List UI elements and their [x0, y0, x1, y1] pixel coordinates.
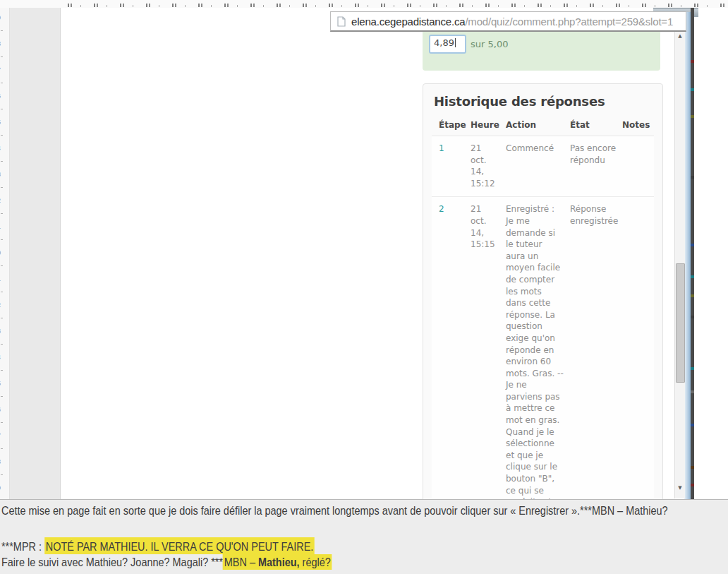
- comment-line-3: Faire le suivi avec Mathieu? Joanne? Mag…: [1, 556, 332, 570]
- ruler-tick: [1, 187, 3, 188]
- ruler-tick: [341, 5, 342, 7]
- ruler-mark: [694, 4, 696, 7]
- ruler-mark: [227, 4, 229, 7]
- ruler-number: 0: [0, 249, 4, 256]
- address-bar[interactable]: elena.cegepadistance.ca/mod/quiz/comment…: [330, 11, 686, 32]
- ruler-tick: [446, 5, 447, 7]
- ruler-number: 5: [0, 380, 4, 387]
- ruler-tick: [1, 344, 3, 345]
- scrollbar-thumb[interactable]: [676, 263, 685, 383]
- window-edge-speck: [691, 244, 694, 246]
- ruler-mark: [94, 4, 95, 7]
- ruler-mark: [459, 4, 461, 7]
- grade-input[interactable]: 4,89: [429, 35, 466, 54]
- ruler-mark: [462, 4, 463, 7]
- scroll-up-button[interactable]: ▲: [675, 31, 685, 41]
- ruler-number: 3: [0, 171, 4, 178]
- ruler-tick: [263, 5, 264, 7]
- window-edge-speck: [691, 115, 694, 118]
- ruler-mark: [146, 4, 147, 7]
- ruler-mark: [514, 4, 516, 7]
- ruler-number: 4: [0, 354, 4, 361]
- column-header: État: [570, 120, 622, 130]
- notes-cell: [622, 203, 650, 499]
- column-header: Heure: [471, 120, 506, 130]
- document-margin: [10, 8, 60, 499]
- ruler-mark: [642, 4, 643, 7]
- ruler-tick: [655, 5, 655, 7]
- ruler-tick: [550, 5, 551, 7]
- history-title: Historique des réponses: [434, 94, 662, 109]
- window-edge: [691, 8, 694, 499]
- ruler-mark: [149, 4, 150, 7]
- grade-out-of-label: sur 5,00: [471, 39, 508, 49]
- ruler-mark: [720, 4, 722, 7]
- ruler-mark: [277, 4, 278, 7]
- window-edge-speck: [691, 484, 694, 486]
- ruler-tick: [602, 5, 603, 7]
- ruler-tick: [1, 109, 3, 109]
- ruler-tick: [368, 5, 368, 7]
- ruler-number: 2: [0, 301, 4, 309]
- ruler-mark: [305, 4, 307, 7]
- comment-line-2-highlight: NOTÉ PAR MATHIEU. IL VERRA CE QU'ON PEUT…: [44, 537, 315, 554]
- action-cell: Enregistré : Je me demande si le tuteur …: [506, 203, 564, 499]
- ruler-mark: [71, 4, 72, 7]
- ruler-mark: [279, 4, 281, 7]
- ruler-number: 7: [0, 432, 4, 439]
- ruler-mark: [250, 4, 252, 7]
- grade-box: 4,89 sur 5,00: [423, 30, 660, 71]
- page-icon: [337, 16, 346, 27]
- ruler-mark: [564, 4, 565, 7]
- window-edge-speck: [691, 60, 694, 63]
- table-row: 121 oct. 14, 15:12CommencéPas encore rép…: [432, 136, 654, 197]
- ruler-mark: [253, 4, 255, 7]
- ruler-mark: [224, 4, 226, 7]
- vertical-ruler: 9876543210123456789: [0, 8, 10, 499]
- ruler-number: 8: [0, 40, 4, 47]
- column-header: Notes: [622, 120, 650, 130]
- ruler-tick: [1, 448, 3, 449]
- ruler-mark: [645, 4, 646, 7]
- ruler-mark: [590, 4, 591, 7]
- ruler-tick: [1, 292, 3, 292]
- ruler-mark: [538, 4, 539, 7]
- window-edge-speck: [691, 275, 694, 278]
- ruler-mark: [407, 4, 408, 7]
- step-link[interactable]: 1: [439, 143, 444, 153]
- window-edge-speck: [691, 424, 694, 426]
- ruler-tick: [1, 213, 3, 214]
- comment-line-1-text: Cette mise en page fait en sorte que je …: [1, 504, 668, 518]
- window-edge-speck: [691, 390, 694, 393]
- step-link[interactable]: 2: [439, 204, 444, 214]
- action-cell: Commencé: [506, 143, 564, 189]
- url-text: elena.cegepadistance.ca/mod/quiz/comment…: [351, 16, 673, 28]
- vertical-scrollbar[interactable]: ▲ ▼: [674, 30, 685, 498]
- ruler-tick: [107, 5, 107, 7]
- scroll-down-button[interactable]: ▼: [675, 483, 685, 493]
- ruler-tick: [1, 265, 3, 266]
- window-edge-speck: [691, 294, 694, 297]
- ruler-mark: [329, 4, 330, 7]
- text-caret: [455, 38, 456, 47]
- ruler-tick: [185, 5, 186, 7]
- ruler-mark: [511, 4, 513, 7]
- ruler-number: 7: [0, 66, 4, 73]
- ruler-number: 1: [0, 223, 4, 230]
- ruler-mark: [172, 4, 174, 7]
- ruler-tick: [629, 5, 629, 7]
- ruler-tick: [133, 5, 133, 7]
- grade-value: 4,89: [434, 37, 454, 48]
- ruler-number: 5: [0, 119, 4, 126]
- table-row: 221 oct. 14, 15:15Enregistré : Je me dem…: [432, 197, 654, 499]
- ruler-tick: [80, 5, 81, 7]
- ruler-tick: [1, 56, 3, 57]
- ruler-number: 1: [0, 275, 4, 282]
- state-cell: Pas encore répondu: [570, 143, 621, 189]
- window-edge-speck: [691, 88, 694, 91]
- comment-line-3-hl-bold: Mathieu,: [258, 556, 300, 569]
- notes-cell: [622, 143, 650, 189]
- comment-line-2-prefix: ***MPR :: [1, 540, 44, 554]
- ruler-tick: [1, 83, 3, 83]
- comment-line-3-hl-pre: MBN –: [224, 556, 258, 569]
